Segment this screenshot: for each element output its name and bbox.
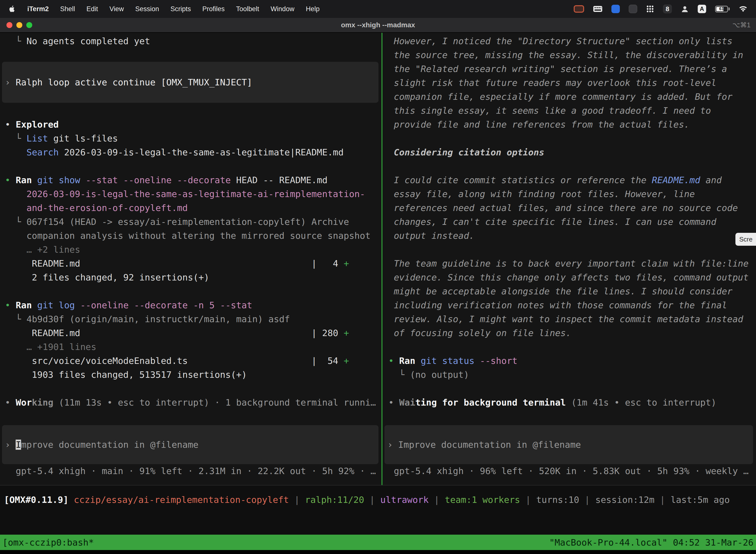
text-segment: (11m 13s • esc to interrupt) · 1 backgro… xyxy=(53,397,376,407)
text-segment: › xyxy=(5,77,16,88)
macos-screen: iTerm2ShellEditViewSessionScriptsProfile… xyxy=(0,0,756,554)
app-blue-icon[interactable] xyxy=(611,5,620,13)
prompt-input[interactable]: › Improve documentation in @filename xyxy=(2,425,378,464)
text-segment: of focusing solely on file lines. xyxy=(388,328,571,338)
text-segment xyxy=(5,203,26,213)
text-segment: 2 files changed, 92 insertions(+) xyxy=(5,272,209,282)
text-segment: slight risk that future readers may over… xyxy=(388,78,716,88)
menu-item-edit[interactable]: Edit xyxy=(86,5,98,13)
text-segment: | xyxy=(520,495,536,505)
traffic-lights xyxy=(6,22,32,28)
menu-item-shell[interactable]: Shell xyxy=(60,5,75,13)
text-segment: Ralph loop active continue [OMX_TMUX_INJ… xyxy=(16,77,252,88)
terminal-line: gpt-5.4 xhigh · main · 91% left · 2.31M … xyxy=(5,464,381,478)
text-segment xyxy=(68,495,74,505)
text-segment: • xyxy=(388,356,399,366)
text-segment: and-the-erosion-of-copyleft.md xyxy=(26,203,188,213)
text-segment: including verification notes with those … xyxy=(388,300,727,310)
text-segment: --short xyxy=(480,356,518,366)
menu-item-iterm2[interactable]: iTerm2 xyxy=(27,5,49,13)
text-segment: changes, I can't cite specific file line… xyxy=(388,217,716,227)
terminal-line: including verification notes with those … xyxy=(388,298,756,312)
menu-item-help[interactable]: Help xyxy=(306,5,320,13)
text-segment: • xyxy=(5,175,16,185)
screen-share-chip[interactable]: Scre xyxy=(736,233,756,246)
text-segment: ultrawork xyxy=(380,495,429,505)
text-segment: … +1901 lines xyxy=(5,342,96,352)
text-segment: + xyxy=(343,258,349,269)
text-segment: might be acceptable alongside the file l… xyxy=(388,286,733,296)
text-segment: The team guideline is to back every impo… xyxy=(388,258,749,269)
dots-grid-icon[interactable] xyxy=(646,5,654,13)
text-segment xyxy=(5,147,26,157)
text-segment: src/voice/voiceModeEnabled.ts | 54 xyxy=(5,356,343,366)
text-segment: I xyxy=(16,440,21,450)
terminal-line: • Waiting for background terminal (1m 41… xyxy=(388,396,756,409)
app-dark-icon[interactable] xyxy=(629,5,637,13)
wifi-icon[interactable] xyxy=(739,5,748,12)
menu-item-profiles[interactable]: Profiles xyxy=(202,5,225,13)
window-title-bar[interactable]: omx --xhigh --madmax ⌥⌘1 xyxy=(0,18,756,33)
text-segment: essay file, along with finding root file… xyxy=(388,189,695,199)
terminal-line xyxy=(388,382,756,396)
text-segment: List xyxy=(26,133,48,144)
key-8-badge[interactable]: 8 xyxy=(663,4,672,13)
tmux-session-label: [omx-cczip0:bash* xyxy=(2,537,94,548)
text-segment: README.md | 280 xyxy=(5,328,343,338)
text-segment: HEAD -- README.md xyxy=(231,175,327,185)
text-segment: └ xyxy=(5,36,26,46)
terminal-line: essay file, along with finding root file… xyxy=(388,187,756,201)
close-button[interactable] xyxy=(6,22,12,28)
terminal-line: companion file, especially if more comme… xyxy=(388,90,756,104)
gap xyxy=(5,103,381,118)
text-segment xyxy=(80,175,85,185)
text-segment: • xyxy=(5,119,16,129)
bottom-edge xyxy=(0,550,756,554)
terminal-line xyxy=(5,382,381,396)
tmux-panes: └ No agents completed yet› Ralph loop ac… xyxy=(0,33,756,485)
menu-item-toolbelt[interactable]: Toolbelt xyxy=(236,5,259,13)
tmux-status-bar: [omx-cczip0:bash* "MacBook-Pro-44.local"… xyxy=(0,535,756,550)
status-area: [OMX#0.11.9] cczip/essay/ai-reimplementa… xyxy=(0,485,756,554)
prompt-input[interactable]: › Improve documentation in @filename xyxy=(384,425,753,464)
terminal-line: Considering citation options xyxy=(388,146,756,159)
battery-indicator[interactable]: 61 xyxy=(715,6,730,12)
apple-menu-icon[interactable] xyxy=(8,5,16,13)
pane-left[interactable]: └ No agents completed yet› Ralph loop ac… xyxy=(0,33,381,485)
terminal-line: The team guideline is to back every impo… xyxy=(388,257,756,271)
terminal-line: output instead. xyxy=(388,229,756,243)
terminal-line: 1903 files changed, 513517 insertions(+) xyxy=(5,368,381,382)
zoom-button[interactable] xyxy=(26,22,32,28)
pane-right[interactable]: However, I noticed the "Directory Struct… xyxy=(382,33,756,485)
battery-percent: 61 xyxy=(716,6,727,12)
terminal-line: review. Also, I might want to inspect th… xyxy=(388,312,756,326)
terminal-line: evidence. Since this change only affects… xyxy=(388,271,756,284)
screen-recording-icon[interactable] xyxy=(574,5,584,13)
menu-item-scripts[interactable]: Scripts xyxy=(170,5,191,13)
minimize-button[interactable] xyxy=(16,22,22,28)
text-segment: this single essay, it seems like a good … xyxy=(388,106,711,116)
tmux-host-time: "MacBook-Pro-44.local" 04:52 31-Mar-26 xyxy=(549,537,754,548)
keyboard-icon[interactable] xyxy=(593,5,603,12)
text-segment: README.md | 4 xyxy=(5,258,343,269)
box-text: › Improve documentation in @filename xyxy=(387,438,581,452)
terminal-line: └ 4b9d30f (origin/main, instructkr/main,… xyxy=(5,312,381,326)
input-source-badge[interactable]: A xyxy=(698,5,706,13)
terminal-line: • Ran git show --stat --oneline --decora… xyxy=(5,173,381,187)
menu-item-view[interactable]: View xyxy=(109,5,124,13)
text-segment: 4b9d30f (origin/main, instructkr/main, m… xyxy=(26,314,290,324)
text-segment: › Improve documentation in @filename xyxy=(387,440,581,450)
text-segment: | xyxy=(579,495,595,505)
text-segment: | xyxy=(289,495,305,505)
menu-item-session[interactable]: Session xyxy=(135,5,159,13)
text-segment: Ran xyxy=(399,356,415,366)
text-segment: review. Also, I might want to inspect th… xyxy=(388,314,743,324)
terminal-line: provide file and line references from th… xyxy=(388,118,756,131)
menu-item-window[interactable]: Window xyxy=(271,5,295,13)
terminal-line xyxy=(388,243,756,257)
text-segment: + xyxy=(343,356,349,366)
text-segment: However, I noticed the "Directory Struct… xyxy=(388,36,733,46)
profile-icon[interactable] xyxy=(681,5,689,13)
terminal-line: gpt-5.4 xhigh · 96% left · 520K in · 5.8… xyxy=(388,464,756,478)
text-segment: • xyxy=(388,397,399,407)
